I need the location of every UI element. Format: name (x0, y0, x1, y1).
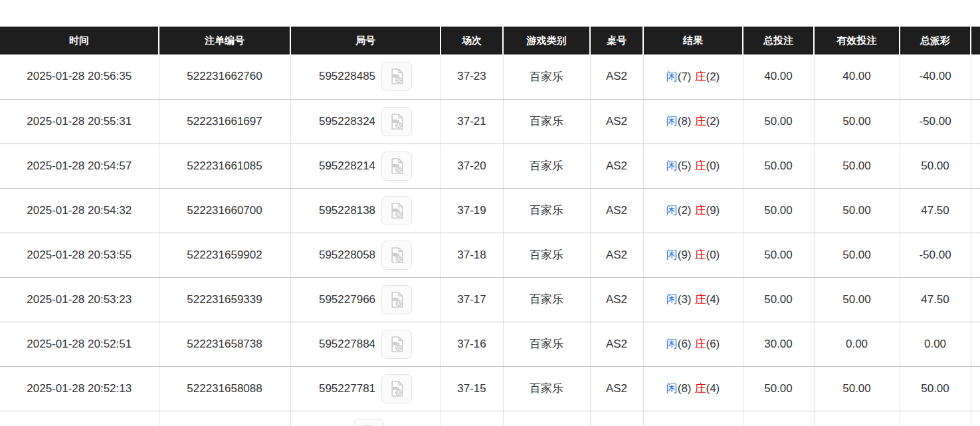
cell-round-number: 595227781 (290, 366, 441, 411)
cell-result: 闲(3)庄(4) (643, 277, 743, 322)
video-replay-button[interactable] (381, 107, 412, 136)
cell-result: 闲(5)庄(0) (643, 144, 743, 188)
cell-game-type: 百家乐 (503, 277, 590, 322)
round-number-text: 595227884 (319, 338, 375, 351)
cell-session: 37-17 (441, 277, 503, 322)
cell-round-number: 595227966 (290, 277, 441, 322)
cell-extra (971, 54, 980, 99)
header-cell-extra (971, 27, 980, 54)
result-player-label: 闲 (666, 382, 678, 395)
cell-result: 闲(7)庄(2) (643, 54, 743, 99)
round-number-text: 595228138 (319, 204, 375, 217)
video-file-icon (387, 112, 406, 131)
cell-bet-number: 522231659339 (159, 277, 290, 322)
video-replay-button[interactable] (381, 152, 412, 181)
cell-bet-number: 522231658088 (159, 366, 290, 411)
video-replay-button[interactable] (381, 330, 412, 359)
video-replay-button[interactable] (381, 241, 412, 270)
cell-game-type: 百家乐 (503, 144, 590, 188)
table-row (0, 411, 980, 426)
cell-time (0, 411, 159, 426)
result-banker-label: 庄 (695, 249, 706, 261)
video-replay-button[interactable] (381, 62, 412, 91)
cell-table-number: AS2 (590, 99, 643, 144)
cell-time: 2025-01-28 20:54:57 (0, 144, 159, 188)
cell-extra (971, 322, 980, 366)
video-file-icon (387, 157, 406, 175)
result-player-points: (5) (678, 160, 692, 172)
cell-time: 2025-01-28 20:52:13 (0, 366, 159, 411)
video-file-icon (359, 424, 378, 426)
header-cell-total_bet: 总投注 (743, 27, 814, 54)
table-header-row: 时间注单编号局号场次游戏类别桌号结果总投注有效投注总派彩 (0, 27, 980, 54)
cell-round-number: 595228485 (290, 54, 441, 99)
round-number-text: 595227781 (319, 382, 375, 395)
table-row: 2025-01-28 20:54:57 522231661085 5952282… (0, 144, 980, 188)
result-banker-label: 庄 (695, 204, 706, 217)
cell-time: 2025-01-28 20:53:55 (0, 233, 159, 277)
cell-result: 闲(9)庄(0) (643, 233, 743, 277)
cell-game-type: 百家乐 (503, 54, 590, 99)
cell-game-type: 百家乐 (503, 366, 590, 411)
cell-total-payout: 50.00 (900, 366, 971, 411)
cell-bet-number: 522231661085 (159, 144, 290, 188)
cell-round-number: 595228214 (290, 144, 441, 188)
cell-game-type: 百家乐 (503, 322, 590, 366)
result-player-label: 闲 (666, 338, 678, 350)
cell-extra (971, 411, 980, 426)
cell-game-type (503, 411, 590, 426)
header-cell-round_no: 局号 (290, 27, 441, 54)
cell-result: 闲(2)庄(9) (643, 188, 743, 233)
cell-session: 37-18 (441, 233, 503, 277)
header-cell-result: 结果 (643, 27, 743, 54)
cell-time: 2025-01-28 20:55:31 (0, 99, 159, 144)
cell-session (441, 411, 503, 426)
cell-valid-bet: 50.00 (814, 277, 900, 322)
cell-result: 闲(8)庄(4) (643, 366, 743, 411)
video-file-icon (387, 67, 406, 86)
result-player-points: (8) (678, 382, 692, 395)
cell-total-bet: 50.00 (743, 277, 814, 322)
result-player-points: (7) (678, 70, 692, 83)
cell-result (643, 411, 743, 426)
cell-bet-number (159, 411, 290, 426)
cell-total-payout: 47.50 (900, 188, 971, 233)
cell-session: 37-23 (441, 54, 503, 99)
header-cell-session: 场次 (441, 27, 503, 54)
result-player-points: (6) (678, 338, 692, 350)
result-banker-points: (2) (706, 115, 720, 128)
result-banker-label: 庄 (695, 160, 706, 172)
result-player-points: (8) (678, 115, 692, 128)
result-banker-label: 庄 (695, 338, 706, 350)
cell-session: 37-16 (441, 322, 503, 366)
header-cell-time: 时间 (0, 27, 159, 54)
cell-total-payout: -50.00 (900, 233, 971, 277)
cell-total-bet: 50.00 (743, 366, 814, 411)
cell-time: 2025-01-28 20:54:32 (0, 188, 159, 233)
cell-game-type: 百家乐 (503, 99, 590, 144)
video-replay-button[interactable] (353, 419, 384, 426)
table-row: 2025-01-28 20:56:35 522231662760 5952284… (0, 54, 980, 99)
header-cell-total_payout: 总派彩 (900, 27, 971, 54)
header-cell-game_type: 游戏类别 (503, 27, 590, 54)
cell-total-bet: 50.00 (743, 99, 814, 144)
result-banker-points: (0) (706, 160, 720, 172)
result-banker-points: (0) (706, 249, 720, 261)
cell-table-number: AS2 (590, 277, 643, 322)
cell-total-bet: 30.00 (743, 322, 814, 366)
video-file-icon (387, 246, 406, 265)
cell-extra (971, 366, 980, 411)
result-banker-points: (2) (706, 70, 720, 83)
video-replay-button[interactable] (381, 374, 412, 403)
video-replay-button[interactable] (381, 285, 412, 314)
header-cell-valid_bet: 有效投注 (814, 27, 900, 54)
cell-bet-number: 522231659902 (159, 233, 290, 277)
cell-session: 37-20 (441, 144, 503, 188)
result-banker-points: (6) (706, 338, 720, 350)
video-replay-button[interactable] (381, 196, 412, 225)
video-file-icon (387, 201, 406, 220)
cell-game-type: 百家乐 (503, 188, 590, 233)
table-row: 2025-01-28 20:52:13 522231658088 5952277… (0, 366, 980, 411)
cell-bet-number: 522231661697 (159, 99, 290, 144)
result-player-points: (9) (678, 249, 692, 261)
